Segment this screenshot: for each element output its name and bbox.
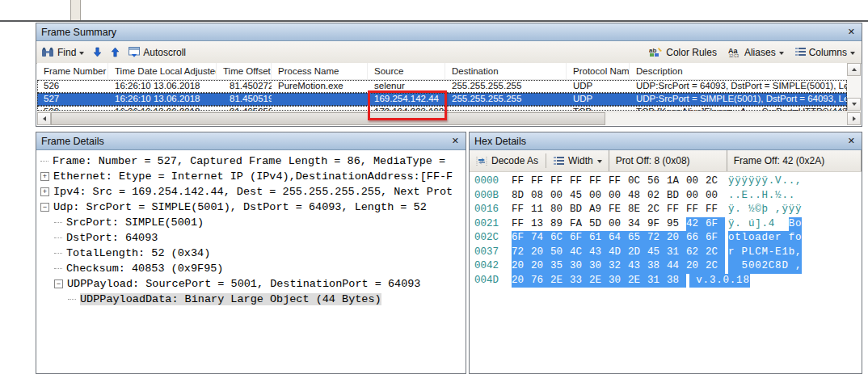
hex-offset: 002C [474,231,505,246]
close-icon[interactable]: ✕ [449,137,461,145]
cell-protocol-name: UDP [567,80,630,93]
tree-expand-icon[interactable]: + [40,187,49,196]
find-button[interactable]: Find [41,47,84,58]
columns-button[interactable]: Columns [795,47,855,58]
scrollbar-thumb[interactable] [51,112,605,125]
tree-row[interactable]: + Ethernet: Etype = Internet IP (IPv4),D… [36,169,466,184]
scroll-track[interactable] [847,76,861,98]
hex-offset: 0016 [474,203,505,217]
scroll-track[interactable] [605,112,847,125]
autoscroll-icon [129,47,140,57]
tree-row[interactable]: − UDPPayload: SourcePort = 5001, Destina… [36,276,466,292]
hex-row[interactable]: 0042 202035303032433844202C 5002C8D , [470,259,862,274]
tree-expand-icon[interactable] [40,161,48,162]
autoscroll-button[interactable]: Autoscroll [129,47,186,58]
hex-ascii[interactable]: r PLCM-E1b, [728,246,802,260]
binoculars-icon [41,47,54,57]
tree-expand-icon[interactable]: − [40,203,49,212]
hex-row[interactable]: 0021 FF1389FA5D00349F95426F ÿ. ú].4 Bo [470,217,862,232]
tree-row[interactable]: TotalLength: 52 (0x34) [36,246,466,261]
hex-row[interactable]: 0000 FFFFFFFFFFFF0C561A002C ÿÿÿÿÿÿ.V.., [470,174,862,189]
color-rules-button[interactable]: ab Color Rules [649,47,717,58]
width-button[interactable]: Width [547,150,609,171]
scroll-down-button[interactable] [847,98,861,111]
column-header[interactable]: Time Offset [217,63,272,79]
cell-time-date: 16:26:10 13.06.2018 [108,106,217,111]
panel-title: Frame Summary [41,27,845,38]
cell-time-date: 16:26:10 13.06.2018 [108,80,217,93]
hex-offset: 004D [474,274,505,288]
hex-row[interactable]: 0016 FF1180BDA9FE8E2CFFFFFF ÿ. ½©þ ,ÿÿÿ [470,203,862,217]
tree-expand-icon[interactable] [54,237,62,238]
hex-bytes[interactable]: FFFFFFFFFFFF0C561A002C [512,174,725,189]
vertical-scrollbar[interactable] [847,63,861,111]
column-header[interactable]: Description [630,63,686,79]
aliases-button[interactable]: Aa 12:C3 Aliases [728,47,784,58]
scroll-right-button[interactable] [847,112,861,125]
tree-expand-icon[interactable] [68,299,76,300]
column-header[interactable]: Source [368,63,445,79]
hex-row[interactable]: 002C 6F746C6F6164657220666F otloader fo [470,231,862,246]
column-header[interactable]: Process Name [272,63,368,79]
hex-ascii[interactable]: otloader fo [728,231,802,246]
hex-ascii[interactable]: ÿÿÿÿÿÿ.V.., [728,174,802,189]
close-icon[interactable]: ✕ [845,137,857,145]
tree-expand-icon[interactable]: + [40,172,49,181]
hex-ascii[interactable]: ÿ. ú].4 Bo [728,217,802,232]
tree-row[interactable]: DstPort: 64093 [36,230,466,246]
horizontal-scrollbar[interactable] [37,111,861,125]
hex-bytes[interactable]: 6F746C6F6164657220666F [512,231,725,246]
scroll-up-button[interactable] [847,63,861,76]
chevron-down-icon [79,52,84,55]
hex-ascii[interactable]: v.3.0.18 [689,274,750,288]
annotation-rectangle [368,90,447,120]
hex-details-toolbar: Decode As Width Prot Off: 8 (0x08) Frame… [470,150,862,172]
find-previous-button[interactable] [111,47,120,57]
tree-row[interactable]: UDPPayloadData: Binary Large Object (44 … [36,292,466,307]
close-icon[interactable]: ✕ [845,27,857,36]
decode-as-button[interactable]: Decode As [470,150,545,171]
tree-expand-icon[interactable] [54,268,62,269]
tree-expand-icon[interactable] [54,253,62,254]
cell-time-offset: 81.4502727 [217,80,272,93]
hex-details-titlebar: Hex Details ✕ [470,132,862,150]
protocol-offset-status: Prot Off: 8 (0x08) [609,150,727,171]
tree-row[interactable]: SrcPort: SIMPLE(5001) [36,215,466,230]
hex-row[interactable]: 0037 7220504C434D2D4531622C r PLCM-E1b, [470,246,862,260]
toolbar-separator [546,153,546,168]
hex-bytes[interactable]: 7220504C434D2D4531622C [512,246,725,260]
netmon-window: Frame Summary ✕ Find [0,0,868,374]
tree-row[interactable]: Checksum: 40853 (0x9F95) [36,261,466,276]
hex-bytes[interactable]: FF1180BDA9FE8E2CFFFFFF [512,203,725,217]
hex-dump[interactable]: 0000 FFFFFFFFFFFF0C561A002C ÿÿÿÿÿÿ.V.., … [470,171,862,373]
hex-ascii[interactable]: 5002C8D , [728,259,802,274]
find-next-button[interactable] [93,47,102,57]
tree-row[interactable]: − Udp: SrcPort = SIMPLE(5001), DstPort =… [36,200,466,215]
column-header[interactable]: Destination [445,63,567,79]
color-rules-label: Color Rules [666,47,717,58]
cell-frame-number: 528 [37,106,108,111]
window-top-divider [0,20,868,22]
scroll-left-button[interactable] [37,112,51,125]
autoscroll-label: Autoscroll [143,47,186,58]
hex-ascii[interactable]: ÿ. ½©þ ,ÿÿÿ [728,203,802,217]
column-header[interactable]: Protocol Name [567,63,630,79]
hex-row[interactable]: 004D 20762E332E302E3138 v.3.0.18 [470,274,862,288]
tree-expand-icon[interactable]: − [54,279,63,288]
tree-expand-icon[interactable] [54,222,62,223]
hex-bytes[interactable]: FF1389FA5D00349F95426F [512,217,725,232]
hex-bytes[interactable]: 20762E332E302E3138 [512,274,686,288]
hex-bytes[interactable]: 202035303032433844202C [512,259,725,274]
hex-ascii[interactable]: ..E..H.½.. [728,189,795,204]
cell-time-date: 16:26:10 13.06.2018 [108,93,217,106]
triangle-up-icon [852,68,857,71]
tree-row[interactable]: Frame: Number = 527, Captured Frame Leng… [36,153,466,169]
triangle-right-icon [853,116,856,121]
tree-row[interactable]: + Ipv4: Src = 169.254.142.44, Dest = 255… [36,184,466,200]
column-header[interactable]: Frame Number [37,63,108,79]
hex-bytes[interactable]: 8D08004500004802BD0000 [512,189,725,204]
cell-description: UDP:SrcPort = 64093, DstPort = SIMPLE(50… [630,80,847,93]
column-header[interactable]: Time Date Local Adjusted [108,63,217,79]
hex-row[interactable]: 000B 8D08004500004802BD0000 ..E..H.½.. [470,189,862,204]
toolbar-right-group: ab Color Rules Aa 12:C3 Aliases [649,47,857,58]
